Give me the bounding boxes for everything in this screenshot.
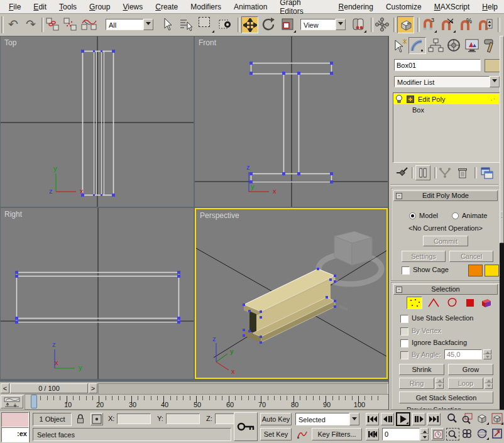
goto-start-button[interactable] — [366, 413, 379, 425]
tab-utilities[interactable] — [481, 37, 499, 54]
key-filters-button[interactable]: Key Filters... — [312, 428, 362, 440]
next-frame-button[interactable] — [412, 413, 425, 425]
tab-modify[interactable] — [408, 37, 426, 54]
menu-customize[interactable]: Customize — [380, 1, 428, 13]
show-cage-checkbox[interactable] — [402, 266, 410, 275]
border-subobject-button[interactable] — [444, 297, 460, 309]
select-manipulate-button[interactable] — [375, 17, 391, 33]
arc-rotate-button[interactable] — [476, 428, 490, 440]
zoom-extents-all-button[interactable] — [491, 413, 504, 425]
menu-rendering[interactable]: Rendering — [332, 1, 380, 13]
coord-system-dropdown-arrow[interactable] — [336, 19, 346, 30]
menu-modifiers[interactable]: Modifiers — [184, 1, 227, 13]
key-filter-dropdown-arrow[interactable] — [349, 413, 359, 425]
named-selection-dropdown[interactable]: All — [106, 19, 153, 30]
frame-spinner[interactable] — [420, 428, 429, 440]
default-tangent-button[interactable] — [295, 428, 309, 440]
play-button[interactable] — [396, 412, 410, 426]
menu-create[interactable]: Create — [149, 1, 184, 13]
stack-item-box[interactable]: Box — [393, 104, 499, 115]
pivot-center-button[interactable] — [351, 17, 367, 33]
get-stack-selection-button[interactable]: Get Stack Selection — [399, 391, 493, 403]
viewport-right[interactable]: Right z y — [1, 208, 194, 379]
set-key-button[interactable]: Set Key — [260, 428, 292, 440]
by-angle-checkbox[interactable] — [400, 351, 408, 359]
polygon-subobject-button[interactable] — [462, 297, 478, 309]
make-unique-button[interactable] — [438, 166, 452, 180]
tab-motion[interactable] — [445, 37, 463, 54]
named-selection-dropdown-arrow[interactable] — [143, 19, 153, 30]
selection-header[interactable]: - Selection — [393, 284, 498, 295]
absolute-offset-toggle[interactable] — [90, 413, 103, 425]
animate-radio[interactable] — [452, 212, 459, 219]
set-keys-button[interactable] — [234, 412, 258, 441]
zoom-extents-button[interactable] — [476, 413, 490, 425]
time-configuration-button[interactable] — [431, 428, 444, 440]
viewport-perspective[interactable]: Perspective — [195, 208, 388, 379]
angle-snap-button[interactable] — [440, 17, 456, 33]
vertex-subobject-button[interactable] — [407, 297, 422, 309]
zoom-button[interactable] — [446, 413, 459, 425]
select-move-button[interactable] — [241, 16, 258, 33]
menu-animation[interactable]: Animation — [227, 1, 273, 13]
viewport-top[interactable]: Top — [1, 36, 194, 207]
select-object-button[interactable] — [160, 17, 176, 33]
expand-plus-icon[interactable] — [407, 96, 414, 103]
menu-group[interactable]: Group — [83, 1, 116, 13]
settings-button[interactable]: Settings — [402, 251, 446, 262]
model-radio[interactable] — [409, 212, 416, 219]
time-slider-track[interactable] — [98, 383, 388, 395]
ring-spinner[interactable] — [436, 378, 444, 389]
ignore-backfacing-checkbox[interactable] — [400, 339, 408, 347]
by-vertex-checkbox[interactable] — [400, 327, 408, 336]
edge-subobject-button[interactable] — [425, 297, 441, 309]
menu-help[interactable]: Help — [476, 1, 504, 13]
keyboard-override-toggle[interactable] — [397, 16, 414, 33]
y-coord-field[interactable] — [166, 413, 200, 424]
select-by-name-button[interactable] — [178, 17, 195, 33]
rect-selection-region-button[interactable] — [199, 17, 215, 33]
configure-modifier-sets-button[interactable] — [479, 166, 493, 180]
key-filter-selection-dropdown[interactable]: Selected — [295, 413, 359, 425]
current-frame-field[interactable] — [382, 428, 420, 440]
link-button[interactable] — [45, 17, 62, 33]
ring-button[interactable]: Ring — [399, 378, 434, 389]
maxscript-listener-white[interactable]: :ex — [1, 427, 29, 442]
percent-snap-button[interactable]: % — [459, 17, 475, 33]
region-zoom-button[interactable] — [446, 428, 459, 440]
lightbulb-icon[interactable] — [395, 94, 404, 104]
track-bar-ruler[interactable]: 0 10 20 30 40 50 60 70 80 90 100 — [25, 394, 388, 410]
panel-scrollbar[interactable] — [500, 36, 504, 410]
mini-curve-editor-button[interactable] — [1, 395, 23, 408]
maximize-viewport-toggle[interactable] — [491, 428, 504, 440]
maxscript-listener-pink[interactable] — [1, 412, 29, 427]
commit-button[interactable]: Commit — [423, 236, 468, 246]
window-crossing-button[interactable] — [217, 17, 234, 33]
shrink-button[interactable]: Shrink — [399, 364, 444, 375]
goto-end-button[interactable] — [427, 413, 441, 425]
current-frame-marker[interactable] — [31, 395, 37, 408]
cage-selected-color-swatch[interactable] — [485, 265, 499, 276]
modifier-list-arrow[interactable] — [490, 76, 500, 87]
unlink-button[interactable] — [63, 17, 79, 33]
pin-stack-button[interactable] — [395, 166, 409, 180]
key-mode-toggle-button[interactable] — [366, 428, 379, 440]
show-end-result-button[interactable] — [415, 165, 430, 180]
modifier-list-dropdown[interactable]: Modifier List — [394, 76, 500, 87]
coord-system-dropdown[interactable]: View — [300, 19, 346, 30]
undo-button[interactable]: ↶ — [5, 17, 21, 33]
remove-modifier-button[interactable] — [456, 166, 469, 180]
zoom-all-button[interactable] — [461, 413, 474, 425]
cancel-button[interactable]: Cancel — [449, 251, 493, 262]
grow-button[interactable]: Grow — [448, 364, 493, 375]
time-slider-next-button[interactable]: > — [89, 383, 97, 393]
object-name-field[interactable] — [394, 59, 481, 71]
menu-file[interactable]: File — [3, 1, 27, 13]
use-stack-selection-checkbox[interactable] — [400, 315, 408, 323]
menu-tools[interactable]: Tools — [53, 1, 83, 13]
pan-view-button[interactable] — [461, 428, 474, 440]
tab-create[interactable] — [390, 37, 408, 54]
x-coord-field[interactable] — [117, 413, 151, 424]
object-color-swatch[interactable] — [485, 59, 501, 72]
menu-views[interactable]: Views — [116, 1, 149, 13]
